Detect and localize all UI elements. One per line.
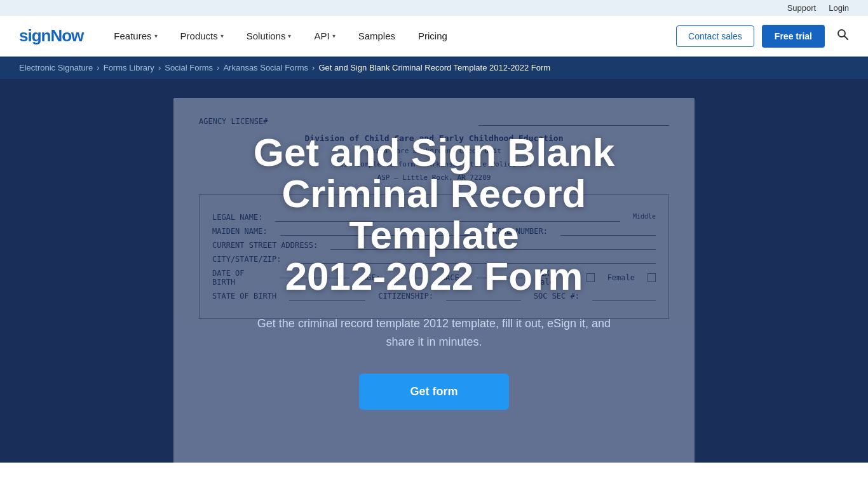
hero-title-line2: Criminal Record Template bbox=[282, 172, 587, 257]
nav-items: Features ▾ Products ▾ Solutions ▾ API ▾ … bbox=[102, 16, 676, 57]
breadcrumb-sep-4: › bbox=[312, 63, 315, 72]
nav-item-pricing[interactable]: Pricing bbox=[407, 16, 459, 57]
chevron-down-icon: ▾ bbox=[288, 32, 291, 39]
breadcrumb-sep-1: › bbox=[97, 63, 99, 72]
nav-label-api: API bbox=[314, 30, 329, 41]
support-link[interactable]: Support bbox=[787, 3, 817, 13]
get-form-button[interactable]: Get form bbox=[359, 374, 508, 410]
breadcrumb: Electronic Signature › Forms Library › S… bbox=[0, 57, 868, 79]
login-link[interactable]: Login bbox=[829, 3, 849, 13]
nav-item-samples[interactable]: Samples bbox=[347, 16, 407, 57]
free-trial-button[interactable]: Free trial bbox=[762, 25, 825, 48]
hero-title-line1: Get and Sign Blank bbox=[254, 130, 614, 174]
breadcrumb-forms-library[interactable]: Forms Library bbox=[104, 63, 154, 72]
nav-item-products[interactable]: Products ▾ bbox=[169, 16, 235, 57]
hero-subtitle: Get the criminal record template 2012 te… bbox=[243, 315, 625, 351]
breadcrumb-sep-3: › bbox=[217, 63, 219, 72]
nav-label-features: Features bbox=[114, 30, 151, 41]
nav-label-samples: Samples bbox=[358, 30, 395, 41]
breadcrumb-sep-2: › bbox=[158, 63, 161, 72]
utility-bar: Support Login bbox=[0, 0, 868, 16]
hero-title-line3: 2012-2022 Form bbox=[285, 254, 583, 298]
nav-item-api[interactable]: API ▾ bbox=[302, 16, 346, 57]
breadcrumb-arkansas-social-forms[interactable]: Arkansas Social Forms bbox=[223, 63, 308, 72]
chevron-down-icon: ▾ bbox=[154, 32, 158, 39]
main-nav: signNow Features ▾ Products ▾ Solutions … bbox=[0, 16, 868, 57]
search-icon[interactable] bbox=[836, 28, 849, 44]
svg-line-1 bbox=[844, 36, 848, 40]
logo-text: signNow bbox=[19, 26, 83, 45]
nav-label-solutions: Solutions bbox=[247, 30, 286, 41]
logo[interactable]: signNow bbox=[19, 26, 83, 46]
chevron-down-icon: ▾ bbox=[220, 32, 224, 39]
hero-title: Get and Sign Blank Criminal Record Templ… bbox=[193, 132, 675, 297]
nav-label-pricing: Pricing bbox=[418, 30, 447, 41]
contact-sales-button[interactable]: Contact sales bbox=[676, 25, 754, 47]
breadcrumb-current-page: Get and Sign Blank Criminal Record Templ… bbox=[318, 63, 550, 72]
nav-label-products: Products bbox=[180, 30, 218, 41]
nav-right: Contact sales Free trial bbox=[676, 25, 849, 48]
breadcrumb-social-forms[interactable]: Social Forms bbox=[165, 63, 213, 72]
nav-item-solutions[interactable]: Solutions ▾ bbox=[235, 16, 303, 57]
breadcrumb-electronic-signature[interactable]: Electronic Signature bbox=[19, 63, 93, 72]
hero-content: Get and Sign Blank Criminal Record Templ… bbox=[180, 106, 688, 436]
chevron-down-icon: ▾ bbox=[332, 32, 336, 39]
nav-item-features[interactable]: Features ▾ bbox=[102, 16, 168, 57]
hero-section: AGENCY LICENSE# Division of Child Care a… bbox=[0, 79, 868, 463]
